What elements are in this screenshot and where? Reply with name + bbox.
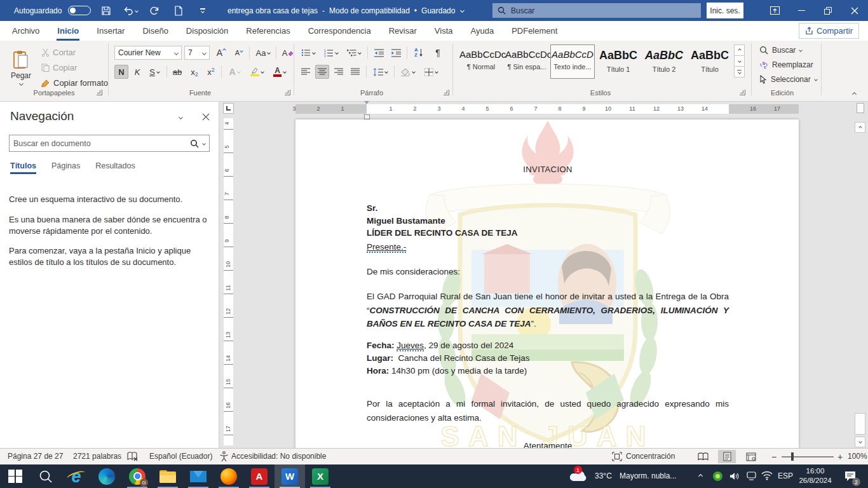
styles-scroll-up-button[interactable]	[734, 44, 745, 56]
tab-diseno[interactable]: Diseño	[140, 21, 170, 41]
decrease-indent-button[interactable]	[371, 46, 386, 60]
saved-status[interactable]: Guardado	[421, 6, 455, 15]
format-painter-button[interactable]: Copiar formato	[41, 78, 109, 88]
style-titulo[interactable]: AaBbC Título	[688, 44, 732, 79]
accessibility-icon[interactable]	[219, 451, 229, 462]
word-icon[interactable]: W	[275, 464, 305, 488]
restore-button[interactable]	[815, 0, 841, 21]
wifi-icon[interactable]	[761, 471, 773, 480]
tab-revisar[interactable]: Revisar	[387, 21, 419, 41]
tab-stop-selector[interactable]	[223, 103, 234, 114]
notification-center-icon[interactable]: 2	[844, 470, 857, 484]
mail-icon[interactable]	[183, 464, 214, 488]
style-normal[interactable]: AaBbCcDc ¶ Normal	[459, 44, 503, 79]
doc-presente[interactable]: Presente.-	[367, 242, 406, 253]
tab-disposicion[interactable]: Disposición	[184, 21, 230, 41]
ribbon-display-options-button[interactable]	[761, 0, 788, 21]
word-count[interactable]: 2721 palabras	[73, 452, 121, 461]
style-sin-espaciado[interactable]: AaBbCcDc ¶ Sin espa...	[505, 44, 549, 79]
proofing-errors-icon[interactable]	[127, 452, 138, 461]
shading-button[interactable]	[398, 65, 418, 79]
highlight-color-button[interactable]	[247, 65, 267, 79]
paragraph-dialog-launcher[interactable]	[444, 90, 449, 95]
acrobat-icon[interactable]: A	[244, 464, 275, 488]
zoom-percentage[interactable]: 100%	[848, 452, 867, 461]
chrome-icon[interactable]: G	[122, 464, 153, 488]
numbering-button[interactable]: 123	[322, 46, 341, 60]
doc-hora-line[interactable]: Hora: 14h30 pm (dos y media de la tarde)	[367, 365, 729, 377]
undo-button[interactable]	[121, 3, 139, 19]
v-ruler[interactable]: 4567891011121314151617	[224, 118, 233, 445]
justify-button[interactable]	[348, 65, 362, 79]
style-titulo-2[interactable]: AaBbC Título 2	[642, 44, 686, 79]
autosave-toggle[interactable]	[68, 6, 91, 15]
find-button[interactable]: Buscar	[759, 45, 803, 55]
new-document-button[interactable]	[170, 3, 187, 19]
left-indent-marker[interactable]	[364, 114, 370, 119]
tab-correspondencia[interactable]: Correspondencia	[306, 21, 373, 41]
firefox-icon[interactable]	[214, 464, 244, 488]
grow-font-button[interactable]: A	[214, 46, 229, 60]
read-mode-view-button[interactable]	[694, 450, 712, 463]
device-tray-icon[interactable]	[746, 471, 757, 480]
web-layout-view-button[interactable]	[742, 450, 760, 463]
accessibility-status[interactable]: Accesibilidad: No disponible	[231, 452, 326, 461]
scroll-up-button[interactable]	[855, 122, 865, 133]
clipboard-dialog-launcher[interactable]	[97, 90, 102, 95]
save-button[interactable]	[97, 3, 115, 19]
styles-more-button[interactable]	[734, 66, 745, 78]
taskbar-search-button[interactable]	[31, 464, 61, 488]
replace-button[interactable]: bc Reemplazar	[759, 60, 814, 70]
doc-salutation[interactable]: De mis consideraciones:	[367, 265, 729, 279]
zoom-slider-track[interactable]	[782, 456, 834, 458]
nav-tab-titulos[interactable]: Títulos	[10, 161, 36, 174]
align-center-button[interactable]	[315, 65, 329, 79]
navigation-search-input[interactable]	[13, 139, 186, 148]
tab-inicio[interactable]: Inicio	[55, 21, 81, 41]
h-ruler[interactable]: 32112345678910111213141617	[295, 104, 799, 114]
font-size-combo[interactable]: 7	[184, 46, 210, 60]
tab-vista[interactable]: Vista	[433, 21, 455, 41]
zoom-out-button[interactable]: −	[771, 452, 776, 462]
excel-icon[interactable]: X	[305, 464, 336, 488]
paste-button[interactable]: Pegar	[5, 44, 37, 90]
focus-mode-label[interactable]: Concentración	[626, 452, 675, 461]
italic-button[interactable]: K	[131, 65, 144, 79]
zoom-in-button[interactable]: +	[837, 452, 843, 462]
redo-button[interactable]	[146, 3, 163, 19]
tab-archivo[interactable]: Archivo	[10, 21, 41, 41]
tab-pdfelement[interactable]: PDFelement	[510, 21, 559, 41]
increase-indent-button[interactable]	[388, 46, 403, 60]
show-marks-button[interactable]: ¶	[431, 46, 445, 60]
navigation-search-box[interactable]	[9, 135, 210, 152]
styles-dialog-launcher[interactable]	[740, 90, 745, 95]
superscript-button[interactable]: x2	[203, 65, 219, 79]
titlebar-search[interactable]	[492, 3, 701, 18]
internet-explorer-icon[interactable]: e	[61, 464, 92, 488]
minimize-button[interactable]	[788, 0, 815, 21]
page-indicator[interactable]: Página 27 de 27	[8, 452, 63, 461]
bold-button[interactable]: N	[114, 65, 128, 79]
doc-recipient-title[interactable]: LÍDER DEL RECINTO CASA DE TEJA	[367, 227, 729, 240]
vertical-scrollbar[interactable]	[855, 102, 866, 448]
styles-scroll-down-button[interactable]	[734, 55, 745, 67]
align-right-button[interactable]	[332, 65, 346, 79]
file-explorer-icon[interactable]	[153, 464, 183, 488]
tab-referencias[interactable]: Referencias	[244, 21, 292, 41]
borders-button[interactable]	[421, 65, 441, 79]
strikethrough-button[interactable]: ab	[169, 65, 186, 79]
antivirus-tray-icon[interactable]	[713, 471, 722, 481]
line-spacing-button[interactable]	[370, 65, 390, 79]
style-texto-independiente[interactable]: AaBbCcD Texto inde...	[550, 44, 595, 79]
doc-fecha-line[interactable]: Fecha: Jueves, 29 de agosto del 2024	[367, 339, 729, 352]
search-icon[interactable]	[190, 139, 199, 148]
nav-tab-resultados[interactable]: Resultados	[95, 161, 135, 174]
clock[interactable]: 16:00 26/8/2024	[797, 466, 833, 485]
share-button[interactable]: Compartir	[799, 23, 859, 39]
scrollbar-thumb[interactable]	[855, 413, 865, 435]
multilevel-list-button[interactable]	[344, 46, 363, 60]
font-dialog-launcher[interactable]	[285, 90, 290, 95]
font-color-button[interactable]: A	[269, 65, 290, 79]
doc-body-paragraph[interactable]: El GAD Parroquial Rural de San Juan tien…	[367, 290, 729, 331]
underline-button[interactable]: S	[145, 65, 164, 79]
